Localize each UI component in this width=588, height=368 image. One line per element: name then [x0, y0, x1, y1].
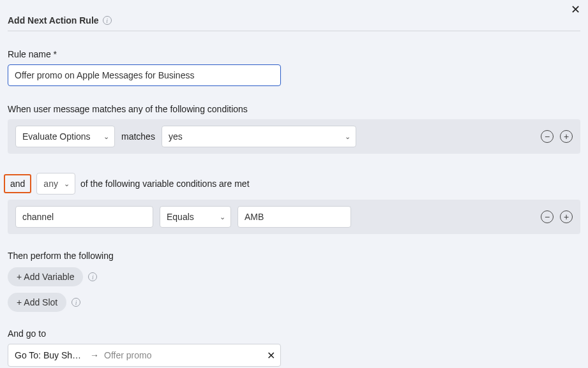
condition-field-value: Evaluate Options: [22, 131, 91, 142]
dialog-header: Add Next Action Rule i: [8, 15, 580, 31]
add-variable-button[interactable]: + Add Variable: [8, 267, 83, 286]
condition-relation-label: matches: [121, 131, 155, 142]
condition-value-select[interactable]: yes ⌄: [162, 126, 356, 147]
info-icon[interactable]: i: [72, 298, 80, 307]
logic-any-select[interactable]: any ⌄: [36, 173, 75, 195]
goto-prefix-text: Go To: Buy Sho…: [15, 350, 85, 360]
chevron-down-icon: ⌄: [103, 133, 109, 141]
add-variable-condition-icon[interactable]: +: [560, 210, 573, 223]
add-condition-icon[interactable]: +: [560, 130, 573, 143]
dialog-title: Add Next Action Rule: [8, 15, 99, 26]
logic-suffix-label: of the following variable conditions are…: [80, 179, 250, 189]
remove-variable-condition-icon[interactable]: −: [541, 210, 554, 223]
remove-condition-icon[interactable]: −: [541, 130, 554, 143]
info-icon[interactable]: i: [88, 272, 97, 281]
goto-value-text: Offer promo: [104, 350, 262, 360]
rule-name-label: Rule name *: [8, 49, 580, 59]
goto-select[interactable]: Go To: Buy Sho… → Offer promo ✕: [8, 344, 281, 367]
variable-value-input[interactable]: [237, 206, 351, 228]
info-icon[interactable]: i: [103, 16, 112, 25]
logic-and-token: and: [4, 174, 31, 193]
close-icon[interactable]: ✕: [571, 4, 580, 15]
condition-value-text: yes: [169, 131, 183, 142]
logic-any-value: any: [43, 179, 58, 189]
variable-name-input[interactable]: [15, 206, 153, 228]
variable-operator-select[interactable]: Equals ⌄: [160, 206, 231, 228]
chevron-down-icon: ⌄: [64, 180, 70, 188]
clear-goto-icon[interactable]: ✕: [267, 350, 275, 362]
rule-name-input[interactable]: [8, 64, 281, 86]
goto-label: And go to: [8, 328, 580, 339]
message-condition-row: Evaluate Options ⌄ matches yes ⌄ − +: [8, 119, 580, 154]
logic-row: and any ⌄ of the following variable cond…: [8, 173, 580, 195]
variable-operator-value: Equals: [167, 212, 194, 222]
condition-field-select[interactable]: Evaluate Options ⌄: [15, 126, 115, 147]
chevron-down-icon: ⌄: [345, 133, 351, 141]
message-conditions-label: When user message matches any of the fol…: [8, 104, 580, 114]
arrow-right-icon: →: [90, 350, 99, 360]
chevron-down-icon: ⌄: [220, 213, 225, 221]
add-slot-button[interactable]: + Add Slot: [8, 293, 66, 312]
variable-condition-row: Equals ⌄ − +: [8, 200, 580, 234]
then-label: Then perform the following: [8, 251, 580, 261]
